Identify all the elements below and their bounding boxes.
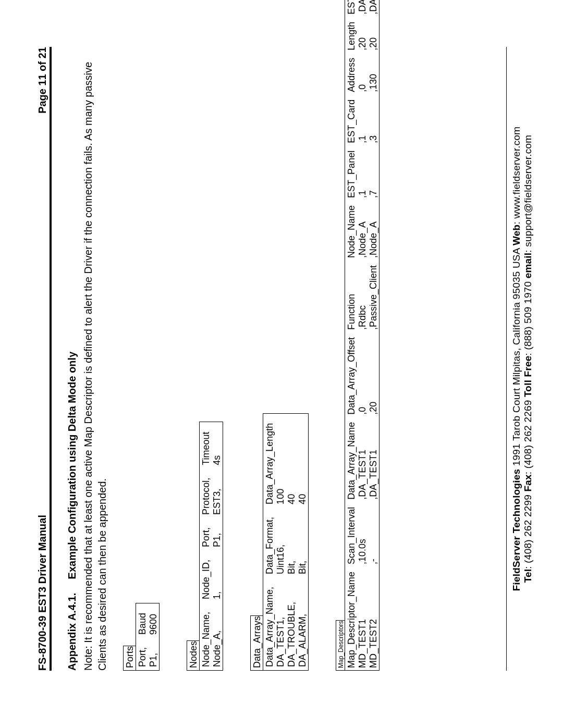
cell: Node_A, — [212, 602, 223, 670]
page: FS-8700-39 EST3 Driver Manual Page 11 of… — [0, 0, 563, 728]
footer-tollfree-label: Toll Free — [522, 355, 533, 397]
footer-email: : support@fieldserver.com — [522, 135, 533, 253]
ports-block: Ports Port, Baud P1, 9600 — [123, 47, 174, 671]
table-row: DA_ALARM, Bit, 40 — [297, 414, 308, 670]
cell: ,DA_TEST1 — [368, 417, 379, 502]
section-number: Appendix A.4.1. — [66, 582, 78, 671]
cell: Bit, — [286, 508, 297, 577]
col-baud: Baud — [136, 603, 148, 638]
cell: Uint16, — [275, 508, 286, 577]
col: Timeout — [200, 422, 212, 468]
cell: ,1 — [357, 94, 368, 145]
map-descriptors-block: Map_Descriptors Map_Descriptor_Name Scan… — [336, 47, 394, 671]
footer-fax-label: Fax — [522, 474, 533, 491]
table-row: MD_TEST2 ,- ,DA_TEST1 ,20 ,Passive_Clien… — [368, 0, 379, 670]
col: Map_Descriptor_Name — [345, 566, 357, 670]
cell: MD_TEST1 — [357, 566, 368, 670]
footer-email-label: email — [522, 253, 533, 279]
col: Function — [345, 260, 357, 332]
col: Node_Name — [345, 200, 357, 260]
cell: P1, — [148, 638, 159, 670]
table-row: Node_A, 1, P1, EST3, 4s — [212, 422, 223, 670]
section-note: Note: It is recommended that at least on… — [81, 47, 109, 671]
cell: 9600 — [148, 603, 159, 638]
footer-fax: : (408) 262 2269 — [522, 397, 533, 474]
cell: ,DA_TROUBLE — [357, 0, 368, 17]
col: Node_Name, — [200, 602, 212, 670]
col: Data_Array_Length — [263, 414, 275, 508]
col: EST_Card — [345, 94, 357, 145]
section-heading: Appendix A.4.1. Example Configuration us… — [66, 47, 78, 671]
cell: 40 — [297, 414, 308, 508]
cell: EST3, — [212, 468, 223, 518]
page-footer: FieldServer Technologies 1991 Tarob Cour… — [506, 47, 534, 671]
cell: DA_TROUBLE, — [286, 577, 297, 670]
col: Data_Format, — [263, 508, 275, 577]
cell: ,3 — [368, 94, 379, 145]
section-title: Example Configuration using Delta Mode o… — [66, 352, 78, 579]
cell: ,0 — [357, 332, 368, 417]
table-row: P1, 9600 — [148, 603, 159, 670]
cell: P1, — [212, 518, 223, 550]
footer-address: 1991 Tarob Court Milpitas, California 95… — [511, 245, 522, 469]
cell: 1, — [212, 550, 223, 602]
cell: ,130 — [368, 53, 379, 94]
col: Protocol, — [200, 468, 212, 518]
cell: ,Rdbc — [357, 260, 368, 332]
footer-company: FieldServer Technologies — [511, 469, 522, 591]
footer-web: : www.fieldserver.com — [511, 127, 522, 225]
nodes-table: Node_Name, Node_ID, Port, Protocol, Time… — [200, 422, 223, 670]
table-header-row: Data_Array_Name, Data_Format, Data_Array… — [263, 414, 275, 670]
cell: DA_ALARM, — [297, 577, 308, 670]
ports-table: Port, Baud P1, 9600 — [136, 603, 159, 670]
cell: ,DA_TEST1 — [357, 417, 368, 502]
col: EST_Trouble_DA — [345, 0, 357, 17]
table-header-row: Port, Baud — [136, 603, 148, 670]
col: Length — [345, 17, 357, 53]
col: Node_ID, — [200, 550, 212, 602]
cell: ,7 — [368, 145, 379, 200]
page-number: Page 11 of 21 — [36, 47, 48, 114]
col: Data_Array_Offset — [345, 332, 357, 417]
col-port: Port, — [136, 638, 148, 670]
cell: ,- — [368, 502, 379, 566]
cell: MD_TEST2 — [368, 566, 379, 670]
cell: ,DA_TROUBLE — [368, 0, 379, 17]
cell: Bit, — [297, 508, 308, 577]
cell: ,Node_A — [368, 200, 379, 260]
col: Address — [345, 53, 357, 94]
cell: ,10.0s — [357, 502, 368, 566]
cell: ,20 — [357, 17, 368, 53]
data-arrays-label: Data_Arrays — [250, 615, 263, 671]
footer-tel: : (408) 262 2299 — [522, 492, 533, 569]
cell: ,20 — [368, 17, 379, 53]
cell: DA_TEST1, — [275, 577, 286, 670]
cell: 4s — [212, 422, 223, 468]
col: Data_Array_Name — [345, 417, 357, 502]
table-row: MD_TEST1 ,10.0s ,DA_TEST1 ,0 ,Rdbc ,Node… — [357, 0, 368, 670]
table-header-row: Node_Name, Node_ID, Port, Protocol, Time… — [200, 422, 212, 670]
cell: 40 — [286, 414, 297, 508]
data-arrays-table: Data_Array_Name, Data_Format, Data_Array… — [263, 414, 308, 670]
col: Port, — [200, 518, 212, 550]
doc-title: FS-8700-39 EST3 Driver Manual — [36, 515, 48, 671]
page-header: FS-8700-39 EST3 Driver Manual Page 11 of… — [36, 47, 52, 671]
table-header-row: Map_Descriptor_Name Scan_Interval Data_A… — [345, 0, 357, 670]
footer-tel-label: Tel — [522, 569, 533, 583]
ports-label: Ports — [123, 646, 136, 671]
map-descriptors-table: Map_Descriptor_Name Scan_Interval Data_A… — [345, 0, 379, 670]
cell: ,Node_A — [357, 200, 368, 260]
nodes-label: Nodes — [187, 640, 199, 671]
data-arrays-block: Data_Arrays Data_Array_Name, Data_Format… — [250, 47, 323, 671]
col: Scan_Interval — [345, 502, 357, 566]
cell: ,0 — [357, 53, 368, 94]
table-row: DA_TROUBLE, Bit, 40 — [286, 414, 297, 670]
footer-web-label: Web — [511, 225, 522, 245]
col: EST_Panel — [345, 145, 357, 200]
footer-line-2: Tel: (408) 262 2299 Fax: (408) 262 2269 … — [522, 47, 534, 671]
cell: ,20 — [368, 332, 379, 417]
cell: ,1 — [357, 145, 368, 200]
map-descriptors-label: Map_Descriptors — [336, 620, 345, 671]
nodes-block: Nodes Node_Name, Node_ID, Port, Protocol… — [187, 47, 238, 671]
table-row: DA_TEST1, Uint16, 100 — [275, 414, 286, 670]
